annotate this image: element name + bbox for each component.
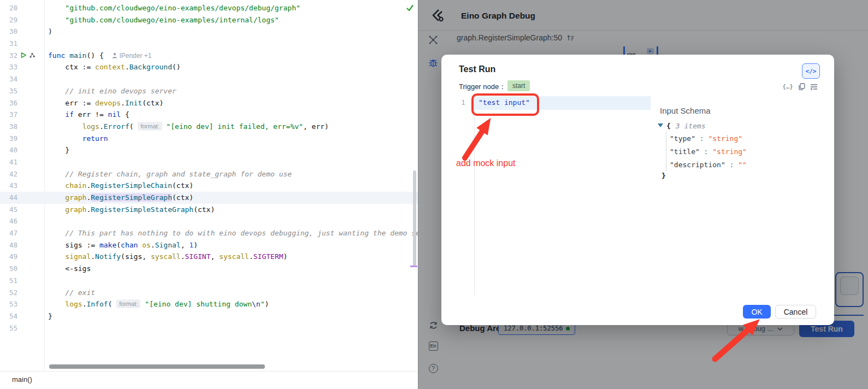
inline-param-hint: format: [116,299,140,308]
code-line[interactable]: 54} [0,310,418,322]
line-number[interactable]: 51 [0,275,17,287]
scroll-stripe-mark [410,266,417,267]
profiler-icon[interactable] [29,52,36,58]
code-text: logs.Infof( format: "[eino dev] shutting… [48,298,269,310]
code-line[interactable]: 49 signal.Notify(sigs, syscall.SIGINT, s… [0,251,418,263]
code-text: chain.RegisterSimpleChain(ctx) [48,180,193,192]
code-line[interactable]: 45 graph.RegisterSimpleStateGraph(ctx) [0,204,418,216]
author-hint[interactable]: IPender +1 [112,52,151,60]
code-line[interactable]: 42 // Register chain, graph and state_gr… [0,168,418,180]
code-line[interactable]: 52 // exit [0,287,418,299]
annotation-label: add mock input [456,158,516,168]
line-number[interactable]: 39 [0,133,17,145]
code-line[interactable]: 46 [0,215,418,227]
annotation-highlight-box [471,93,539,116]
line-number[interactable]: 38 [0,121,17,133]
schema-rows: "type" : "string""title" : "string""desc… [670,132,747,172]
format-json-icon[interactable]: {…} [782,83,793,90]
inline-param-hint: format: [138,122,162,131]
line-number[interactable]: 33 [0,61,17,73]
line-number[interactable]: 40 [0,144,17,156]
code-text: return [48,133,108,145]
code-line[interactable]: 35 // init eino devops server [0,85,418,97]
line-number[interactable]: 45 [0,204,17,216]
code-line[interactable]: 40 } [0,144,418,156]
code-line[interactable]: 34 [0,73,418,85]
breadcrumb-bar: main() [0,371,418,389]
line-number[interactable]: 50 [0,263,17,275]
code-line[interactable]: 31 [0,38,418,50]
code-line[interactable]: 29 "github.com/cloudwego/eino-examples/i… [0,14,418,26]
code-line[interactable]: 51 [0,275,418,287]
code-text: // exit [48,287,95,299]
cancel-button[interactable]: Cancel [775,305,816,319]
code-text: } [48,144,69,156]
gutter-icons [20,52,36,58]
code-line[interactable]: 38 logs.Errorf( format: "[eino dev] init… [0,121,418,133]
line-number[interactable]: 31 [0,38,17,50]
code-line[interactable]: 50 <-sigs [0,263,418,275]
code-line[interactable]: 53 logs.Infof( format: "[eino dev] shutt… [0,298,418,310]
dialog-title: Test Run [459,64,495,74]
schema-item-count: 3 items [676,122,706,130]
code-line[interactable]: 39 return [0,133,418,145]
code-mode-button[interactable]: </> [802,63,820,79]
code-text: "github.com/cloudwego/eino-examples/inte… [48,14,279,26]
word-wrap-icon[interactable] [810,83,818,90]
code-text: "github.com/cloudwego/eino-examples/devo… [48,2,300,14]
line-number[interactable]: 53 [0,298,17,310]
code-text: ctx := context.Background() [48,61,181,73]
code-text: if err != nil { [48,109,129,121]
line-number[interactable]: 41 [0,156,17,168]
app-window: 28 "github.com/cloudwego/eino-examples/d… [0,0,868,389]
line-number[interactable]: 47 [0,227,17,239]
code-editor[interactable]: 28 "github.com/cloudwego/eino-examples/d… [0,0,418,389]
line-number[interactable]: 35 [0,85,17,97]
code-line[interactable]: 30) [0,26,418,38]
line-number[interactable]: 54 [0,310,17,322]
line-number[interactable]: 36 [0,97,17,109]
schema-close-brace: } [662,170,666,181]
code-line[interactable]: 44 graph.RegisterSimpleGraph(ctx) [0,192,418,204]
inspection-ok-icon [406,4,414,12]
vertical-scrollbar[interactable] [413,170,416,267]
breadcrumb[interactable]: main() [12,375,32,384]
line-number[interactable]: 46 [0,215,17,227]
code-line[interactable]: 55 [0,322,418,334]
code-line[interactable]: 41 [0,156,418,168]
schema-row: "description" : "" [670,158,747,172]
line-number[interactable]: 32 [0,50,17,62]
horizontal-scrollbar[interactable] [49,364,265,369]
line-number[interactable]: 55 [0,322,17,334]
line-number[interactable]: 48 [0,239,17,251]
line-number[interactable]: 42 [0,168,17,180]
collapse-toggle-icon[interactable] [658,123,663,127]
code-line[interactable]: 48 sigs := make(chan os.Signal, 1) [0,239,418,251]
code-text: signal.Notify(sigs, syscall.SIGINT, sysc… [48,251,287,263]
mini-line-number: 1 [461,98,465,107]
code-line[interactable]: 28 "github.com/cloudwego/eino-examples/d… [0,2,418,14]
line-number[interactable]: 49 [0,251,17,263]
code-line[interactable]: 32func main() { IPender +1 [0,50,418,62]
code-text: sigs := make(chan os.Signal, 1) [48,239,198,251]
line-number[interactable]: 34 [0,73,17,85]
line-number[interactable]: 52 [0,287,17,299]
run-icon[interactable] [20,52,27,58]
code-line[interactable]: 33 ctx := context.Background() [0,61,418,73]
line-number[interactable]: 44 [0,192,17,204]
line-number[interactable]: 37 [0,109,17,121]
author-icon [112,52,117,58]
code-line[interactable]: 37 if err != nil { [0,109,418,121]
code-text: func main() { IPender +1 [48,50,151,62]
ok-button[interactable]: OK [743,305,771,319]
line-number[interactable]: 43 [0,180,17,192]
code-text: <-sigs [48,263,91,275]
line-number[interactable]: 30 [0,26,17,38]
code-line[interactable]: 43 chain.RegisterSimpleChain(ctx) [0,180,418,192]
code-line[interactable]: 36 err := devops.Init(ctx) [0,97,418,109]
code-text: ) [48,26,52,38]
copy-icon[interactable] [798,83,805,90]
line-number[interactable]: 29 [0,14,17,26]
code-line[interactable]: 47 // This part has nothing to do with e… [0,227,418,239]
line-number[interactable]: 28 [0,2,17,14]
